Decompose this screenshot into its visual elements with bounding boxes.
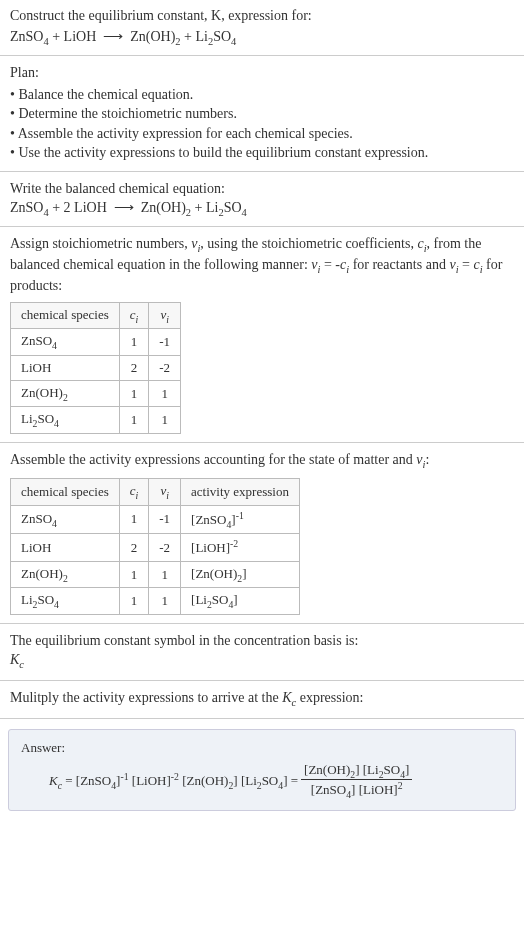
table-row: LiOH2-2 <box>11 355 181 380</box>
cell-spec: ZnSO4 <box>11 505 120 534</box>
cell-activity: [LiOH]-2 <box>181 534 300 561</box>
th-vi: νi <box>149 302 181 329</box>
cell-c: 1 <box>119 380 149 407</box>
plan-item-1: • Determine the stoichiometric numbers. <box>10 104 514 124</box>
stoich-text: Assign stoichiometric numbers, νi, using… <box>10 235 514 296</box>
balanced-equation: ZnSO4 + 2 LiOH ⟶ Zn(OH)2 + Li2SO4 <box>10 199 514 218</box>
cell-c: 1 <box>119 588 149 615</box>
kc-denominator: [ZnSO4] [LiOH]2 <box>308 780 406 800</box>
th-ci: ci <box>119 478 149 505</box>
plan-title: Plan: <box>10 64 514 83</box>
balanced-title: Write the balanced chemical equation: <box>10 180 514 199</box>
table-row: Zn(OH)211 <box>11 380 181 407</box>
answer-section: Answer: Kc = [ZnSO4]-1 [LiOH]-2 [Zn(OH)2… <box>0 719 524 822</box>
plan-item-0: • Balance the chemical equation. <box>10 85 514 105</box>
multiply-text: Mulitply the activity expressions to arr… <box>10 689 514 710</box>
cell-c: 2 <box>119 534 149 561</box>
th-species: chemical species <box>11 302 120 329</box>
answer-box: Answer: Kc = [ZnSO4]-1 [LiOH]-2 [Zn(OH)2… <box>8 729 516 812</box>
cell-spec: Zn(OH)2 <box>11 380 120 407</box>
multiply-section: Mulitply the activity expressions to arr… <box>0 681 524 719</box>
plan-section: Plan: • Balance the chemical equation. •… <box>0 56 524 172</box>
cell-activity: [Li2SO4] <box>181 588 300 615</box>
answer-expression: Kc = [ZnSO4]-1 [LiOH]-2 [Zn(OH)2] [Li2SO… <box>21 762 503 801</box>
question-section: Construct the equilibrium constant, K, e… <box>0 0 524 56</box>
cell-spec: Li2SO4 <box>11 588 120 615</box>
plan-item-2: • Assemble the activity expression for e… <box>10 124 514 144</box>
cell-spec: ZnSO4 <box>11 329 120 356</box>
table-row: LiOH2-2[LiOH]-2 <box>11 534 300 561</box>
cell-v: 1 <box>149 561 181 588</box>
th-ci: ci <box>119 302 149 329</box>
question-text: Construct the equilibrium constant, K, e… <box>10 8 514 24</box>
cell-spec: Li2SO4 <box>11 407 120 434</box>
cell-v: -1 <box>149 329 181 356</box>
cell-v: 1 <box>149 380 181 407</box>
cell-activity: [Zn(OH)2] <box>181 561 300 588</box>
balanced-section: Write the balanced chemical equation: Zn… <box>0 172 524 227</box>
activity-text: Assemble the activity expressions accoun… <box>10 451 514 472</box>
activity-table: chemical species ci νi activity expressi… <box>10 478 300 615</box>
table-row: ZnSO41-1[ZnSO4]-1 <box>11 505 300 534</box>
th-species: chemical species <box>11 478 120 505</box>
th-activity: activity expression <box>181 478 300 505</box>
th-vi: νi <box>149 478 181 505</box>
cell-v: 1 <box>149 407 181 434</box>
cell-c: 1 <box>119 561 149 588</box>
plan-item-3: • Use the activity expressions to build … <box>10 143 514 163</box>
basis-symbol: Kc <box>10 651 514 672</box>
cell-v: -1 <box>149 505 181 534</box>
cell-c: 2 <box>119 355 149 380</box>
basis-text: The equilibrium constant symbol in the c… <box>10 632 514 651</box>
table-row: ZnSO41-1 <box>11 329 181 356</box>
table-header-row: chemical species ci νi <box>11 302 181 329</box>
stoich-table: chemical species ci νi ZnSO41-1 LiOH2-2 … <box>10 302 181 434</box>
table-row: Zn(OH)211[Zn(OH)2] <box>11 561 300 588</box>
question-equation: ZnSO4 + LiOH ⟶ Zn(OH)2 + Li2SO4 <box>10 28 514 47</box>
cell-v: -2 <box>149 355 181 380</box>
cell-c: 1 <box>119 407 149 434</box>
cell-spec: LiOH <box>11 355 120 380</box>
cell-spec: LiOH <box>11 534 120 561</box>
cell-activity: [ZnSO4]-1 <box>181 505 300 534</box>
cell-v: -2 <box>149 534 181 561</box>
cell-v: 1 <box>149 588 181 615</box>
table-row: Li2SO411[Li2SO4] <box>11 588 300 615</box>
answer-label: Answer: <box>21 740 503 756</box>
cell-spec: Zn(OH)2 <box>11 561 120 588</box>
question-line1: Construct the equilibrium constant, K, e… <box>10 8 312 23</box>
activity-section: Assemble the activity expressions accoun… <box>0 443 524 624</box>
table-header-row: chemical species ci νi activity expressi… <box>11 478 300 505</box>
stoich-section: Assign stoichiometric numbers, νi, using… <box>0 227 524 443</box>
table-row: Li2SO411 <box>11 407 181 434</box>
basis-section: The equilibrium constant symbol in the c… <box>0 624 524 681</box>
kc-lhs: Kc = [ZnSO4]-1 [LiOH]-2 [Zn(OH)2] [Li2SO… <box>49 771 298 791</box>
kc-fraction: [Zn(OH)2] [Li2SO4] [ZnSO4] [LiOH]2 <box>301 762 412 801</box>
kc-numerator: [Zn(OH)2] [Li2SO4] <box>301 762 412 781</box>
cell-c: 1 <box>119 329 149 356</box>
cell-c: 1 <box>119 505 149 534</box>
